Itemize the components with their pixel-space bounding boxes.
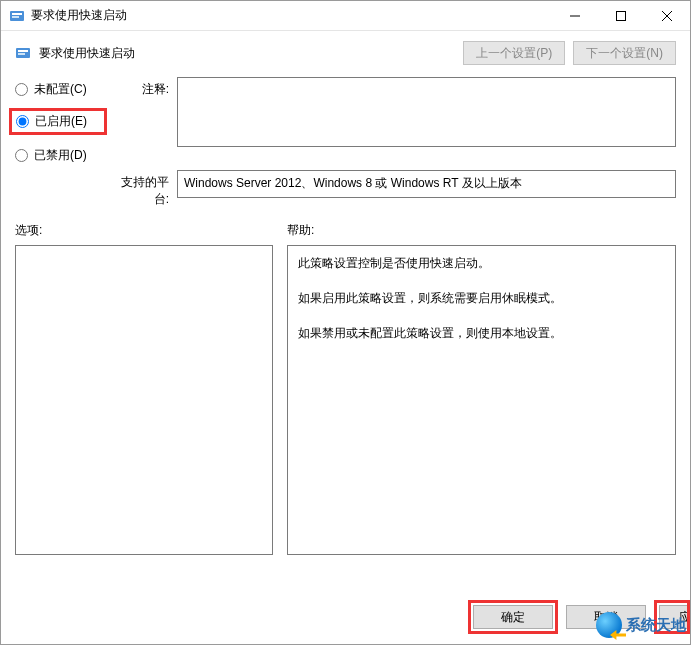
app-icon <box>9 8 25 24</box>
svg-rect-1 <box>12 13 22 15</box>
comment-label: 注释: <box>107 77 177 164</box>
window-title: 要求使用快速启动 <box>31 7 552 24</box>
radio-not-configured-input[interactable] <box>15 83 28 96</box>
lower-columns: 选项: 帮助: 此策略设置控制是否使用快速启动。 如果启用此策略设置，则系统需要… <box>1 222 690 555</box>
help-paragraph: 如果启用此策略设置，则系统需要启用休眠模式。 <box>298 289 665 308</box>
radio-disabled-input[interactable] <box>15 149 28 162</box>
supported-platform-box: Windows Server 2012、Windows 8 或 Windows … <box>177 170 676 198</box>
next-setting-button[interactable]: 下一个设置(N) <box>573 41 676 65</box>
state-radio-group: 未配置(C) 已启用(E) 已禁用(D) <box>15 77 107 164</box>
radio-disabled[interactable]: 已禁用(D) <box>15 147 107 164</box>
minimize-button[interactable] <box>552 1 598 31</box>
help-box[interactable]: 此策略设置控制是否使用快速启动。 如果启用此策略设置，则系统需要启用休眠模式。 … <box>287 245 676 555</box>
options-label: 选项: <box>15 222 273 245</box>
radio-disabled-label: 已禁用(D) <box>34 147 87 164</box>
policy-icon <box>15 45 31 61</box>
radio-not-configured-label: 未配置(C) <box>34 81 87 98</box>
apply-button[interactable]: 应用(A) <box>659 605 690 629</box>
help-label: 帮助: <box>287 222 676 245</box>
cancel-button[interactable]: 取消 <box>566 605 646 629</box>
supported-platform-text: Windows Server 2012、Windows 8 或 Windows … <box>184 176 522 190</box>
previous-setting-button[interactable]: 上一个设置(P) <box>463 41 565 65</box>
dialog-window: 要求使用快速启动 要求使用快速启动 上一个设置(P) 下一个设置(N) 未配置(… <box>0 0 691 645</box>
header-row: 要求使用快速启动 上一个设置(P) 下一个设置(N) <box>1 31 690 73</box>
svg-rect-8 <box>18 50 28 52</box>
dialog-body: 未配置(C) 已启用(E) 已禁用(D) 注释: <box>1 73 690 208</box>
help-paragraph: 此策略设置控制是否使用快速启动。 <box>298 254 665 273</box>
highlight-apply: 应用(A) <box>654 600 690 634</box>
ok-button[interactable]: 确定 <box>473 605 553 629</box>
highlight-ok: 确定 <box>468 600 558 634</box>
platform-label: 支持的平台: <box>107 170 177 208</box>
radio-enabled-input[interactable] <box>16 115 29 128</box>
svg-rect-2 <box>12 16 19 18</box>
radio-not-configured[interactable]: 未配置(C) <box>15 81 107 98</box>
maximize-button[interactable] <box>598 1 644 31</box>
options-box[interactable] <box>15 245 273 555</box>
svg-rect-4 <box>617 11 626 20</box>
svg-rect-9 <box>18 53 25 55</box>
titlebar: 要求使用快速启动 <box>1 1 690 31</box>
radio-enabled-label: 已启用(E) <box>35 113 87 130</box>
comment-textarea[interactable] <box>177 77 676 147</box>
policy-title: 要求使用快速启动 <box>39 45 463 62</box>
help-paragraph: 如果禁用或未配置此策略设置，则使用本地设置。 <box>298 324 665 343</box>
dialog-footer: 确定 取消 应用(A) <box>468 600 690 634</box>
highlight-enabled: 已启用(E) <box>9 108 107 135</box>
radio-enabled[interactable]: 已启用(E) <box>16 113 100 130</box>
close-button[interactable] <box>644 1 690 31</box>
